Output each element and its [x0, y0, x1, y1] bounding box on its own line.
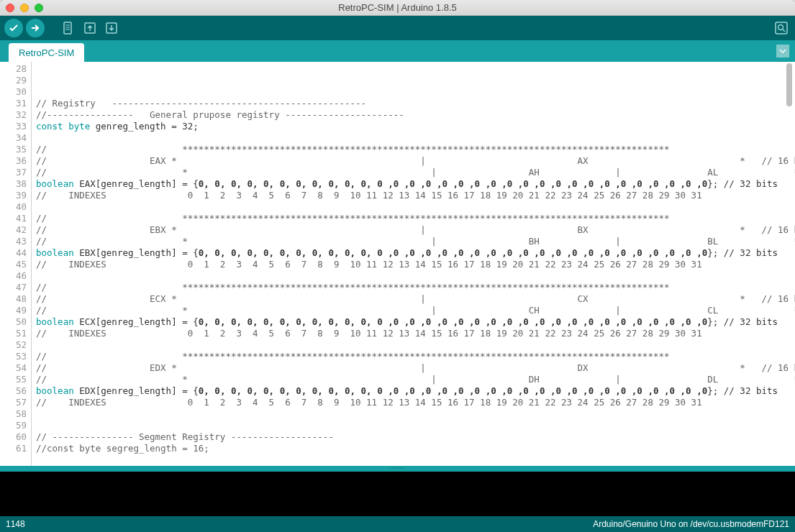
line-number-gutter: 28 29 30 31 32 33 34 35 36 37 38 39 40 4… — [0, 62, 32, 466]
tab-retropc-sim[interactable]: RetroPC-SIM — [9, 43, 84, 62]
zoom-window-button[interactable] — [35, 4, 43, 12]
svg-rect-0 — [64, 22, 71, 34]
scrollbar-thumb[interactable] — [786, 63, 792, 106]
verify-button[interactable] — [4, 19, 23, 37]
svg-rect-6 — [776, 22, 787, 34]
scrollbar-track — [786, 62, 794, 466]
svg-line-8 — [783, 29, 785, 32]
close-window-button[interactable] — [6, 4, 14, 12]
drag-handle-icon — [387, 467, 409, 470]
status-line-number: 1148 — [6, 519, 25, 529]
editor-area: 28 29 30 31 32 33 34 35 36 37 38 39 40 4… — [0, 62, 795, 466]
new-sketch-button[interactable] — [59, 19, 78, 37]
console-output — [0, 472, 795, 516]
console-divider[interactable] — [0, 466, 795, 472]
file-icon — [61, 21, 76, 35]
status-board-port: Arduino/Genuino Uno on /dev/cu.usbmodemF… — [593, 519, 789, 529]
serial-monitor-button[interactable] — [772, 19, 791, 37]
upload-button[interactable] — [26, 19, 45, 37]
chevron-down-icon — [779, 47, 786, 55]
app-window: RetroPC-SIM | Arduino 1.8.5 RetroPC-SIM … — [0, 0, 795, 532]
arrow-down-icon — [104, 21, 119, 35]
svg-point-7 — [778, 25, 783, 30]
tab-menu-button[interactable] — [776, 45, 789, 58]
toolbar — [0, 16, 795, 40]
save-sketch-button[interactable] — [102, 19, 121, 37]
status-bar: 1148 Arduino/Genuino Uno on /dev/cu.usbm… — [0, 516, 795, 532]
code-editor[interactable]: // Registry ----------------------------… — [32, 62, 795, 466]
arrow-right-icon — [29, 22, 41, 34]
magnifier-icon — [774, 21, 789, 35]
titlebar: RetroPC-SIM | Arduino 1.8.5 — [0, 0, 795, 16]
arrow-up-icon — [83, 21, 97, 35]
window-title: RetroPC-SIM | Arduino 1.8.5 — [338, 2, 457, 13]
traffic-lights — [6, 4, 43, 12]
minimize-window-button[interactable] — [20, 4, 29, 12]
check-icon — [8, 22, 19, 34]
open-sketch-button[interactable] — [81, 19, 99, 37]
tab-bar: RetroPC-SIM — [0, 40, 795, 62]
